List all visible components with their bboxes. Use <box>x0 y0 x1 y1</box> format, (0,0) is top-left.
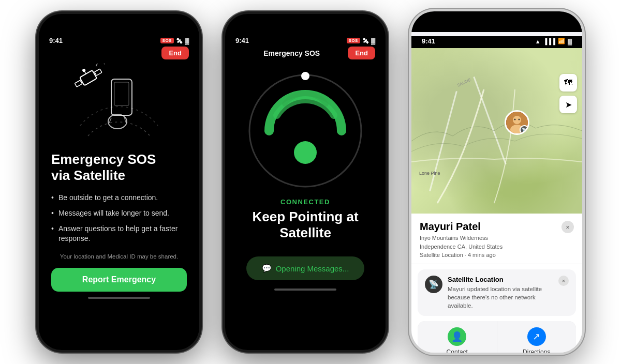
close-x-icon: × <box>566 223 570 231</box>
status-bar-1: 9:41 SOS 🛰 ▓ <box>39 31 199 47</box>
end-button-2[interactable]: End <box>348 47 375 59</box>
contact-icon: 👤 <box>448 327 466 346</box>
home-indicator-2 <box>274 289 336 291</box>
satellite-update-icon: 📡 <box>425 276 442 293</box>
bullet-item-1: Be outside to get a connection. <box>51 193 187 203</box>
satellite-icon-2: 🛰 <box>363 38 368 44</box>
phone2-header: Emergency SOS End <box>225 47 386 64</box>
contact-person-icon: 👤 <box>451 331 463 342</box>
svg-rect-6 <box>114 82 129 105</box>
battery-icon-2: ▓ <box>371 38 375 44</box>
map-area[interactable]: Lone Pine SALINE 📡 <box>411 48 582 214</box>
status-time-3: 9:41 <box>422 37 435 45</box>
bullet-item-3: Answer questions to help get a faster re… <box>51 224 187 244</box>
directions-label: Directions <box>523 348 550 353</box>
info-card-header: Mayuri Patel Inyo Mountains Wilderness I… <box>411 214 582 264</box>
notch-2 <box>272 14 339 28</box>
satellite-update-card: 📡 Satellite Location Mayuri updated loca… <box>418 269 576 316</box>
phone-2-screen: 9:41 SOS 🛰 ▓ Emergency SOS End <box>225 14 386 350</box>
satellite-update-title: Satellite Location <box>448 276 553 283</box>
map-top-icons: 🗺 ➤ <box>559 74 577 113</box>
svg-point-11 <box>301 72 309 80</box>
satellite-arc-svg <box>52 64 186 146</box>
avatar-circle: 📡 <box>505 110 529 135</box>
svg-text:Lone Pine: Lone Pine <box>419 171 440 176</box>
battery-icon-1: ▓ <box>185 38 189 44</box>
opening-messages-label: Opening Messages... <box>276 264 349 273</box>
satellite-update-desc: Mayuri updated location via satellite be… <box>448 285 553 310</box>
map-svg: Lone Pine SALINE <box>411 48 582 214</box>
satellite-animation <box>39 64 199 146</box>
person-location: Inyo Mountains Wilderness Independence C… <box>420 234 502 260</box>
sos-badge-1: SOS <box>160 38 174 43</box>
opening-messages-container: 💬 Opening Messages... <box>238 256 373 280</box>
close-satellite-card-button[interactable]: × <box>558 276 569 286</box>
location-button[interactable]: ➤ <box>559 96 577 113</box>
svg-text:SALINE: SALINE <box>456 78 472 88</box>
avatar-pin[interactable]: 📡 <box>505 110 529 135</box>
dynamic-island <box>466 17 528 32</box>
person-info: Mayuri Patel Inyo Mountains Wilderness I… <box>420 221 502 260</box>
signal-svg <box>243 69 367 193</box>
phone1-header: End <box>39 47 199 64</box>
svg-line-8 <box>109 118 111 123</box>
svg-point-4 <box>82 68 86 72</box>
svg-point-12 <box>294 141 317 164</box>
satellite-update-text: Satellite Location Mayuri updated locati… <box>448 276 553 310</box>
phone1-content: Emergency SOS via Satellite Be outside t… <box>39 146 199 292</box>
svg-point-18 <box>514 119 516 120</box>
end-button-1[interactable]: End <box>161 47 189 59</box>
messages-bubble-icon: 💬 <box>262 264 272 273</box>
svg-rect-1 <box>75 80 82 87</box>
opening-messages-button[interactable]: 💬 Opening Messages... <box>246 256 365 280</box>
home-indicator-1 <box>88 297 150 299</box>
phone-1-screen: 9:41 SOS 🛰 ▓ End <box>39 14 199 350</box>
svg-point-16 <box>513 116 521 124</box>
directions-icon: ↗ <box>527 327 546 346</box>
status-bar-2: 9:41 SOS 🛰 ▓ <box>225 31 386 47</box>
satellite-icon-status: 🛰 <box>176 38 182 44</box>
directions-arrow-icon: ↗ <box>533 331 540 342</box>
status-icons-3: ▲ ▐▐▐ 📶 ▓ <box>535 38 572 44</box>
bullet-item-2: Messages will take longer to send. <box>51 208 187 219</box>
contact-label: Contact <box>447 348 468 353</box>
avatar-satellite-badge: 📡 <box>520 125 529 134</box>
close-info-card-button[interactable]: × <box>561 221 574 233</box>
person-name: Mayuri Patel <box>420 221 502 233</box>
phone-2: 9:41 SOS 🛰 ▓ Emergency SOS End <box>223 11 388 353</box>
connected-label: CONNECTED <box>238 198 373 206</box>
map-type-button[interactable]: 🗺 <box>559 74 577 92</box>
keep-pointing-text: Keep Pointing at Satellite <box>238 209 373 241</box>
emergency-sos-title: Emergency SOS <box>263 49 320 57</box>
notch-1 <box>85 14 153 28</box>
battery-icon-3: ▓ <box>568 38 572 44</box>
phone-3: 9:41 ▲ ▐▐▐ 📶 ▓ <box>409 9 585 355</box>
signal-container <box>225 64 386 198</box>
contact-button[interactable]: 👤 Contact <box>418 321 497 353</box>
signal-bars-icon: ▐▐▐ <box>543 38 555 44</box>
status-time-2: 9:41 <box>235 37 249 44</box>
status-time-1: 9:41 <box>49 37 63 44</box>
location-note: Your location and Medical ID may be shar… <box>51 253 187 260</box>
status-icons-2: SOS 🛰 ▓ <box>347 38 375 44</box>
location-arrow-icon: ▲ <box>535 38 541 44</box>
svg-rect-2 <box>94 69 101 75</box>
report-emergency-button[interactable]: Report Emergency <box>51 268 187 292</box>
status-bar-3: 9:41 ▲ ▐▐▐ 📶 ▓ <box>411 36 582 48</box>
bullet-list: Be outside to get a connection. Messages… <box>51 193 187 244</box>
phone-3-screen: 9:41 ▲ ▐▐▐ 📶 ▓ <box>411 11 582 353</box>
directions-button[interactable]: ↗ Directions <box>497 321 576 353</box>
sos-badge-2: SOS <box>347 38 360 43</box>
connected-section: CONNECTED Keep Pointing at Satellite 💬 O… <box>225 198 386 280</box>
svg-point-19 <box>519 119 520 120</box>
action-buttons: 👤 Contact ↗ Directions <box>418 321 576 353</box>
wifi-icon: 📶 <box>558 38 565 44</box>
phone1-title: Emergency SOS via Satellite <box>51 151 187 184</box>
info-card: Mayuri Patel Inyo Mountains Wilderness I… <box>411 214 582 353</box>
phone-1: 9:41 SOS 🛰 ▓ End <box>36 11 202 353</box>
svg-point-7 <box>108 114 127 129</box>
status-icons-1: SOS 🛰 ▓ <box>160 38 189 44</box>
